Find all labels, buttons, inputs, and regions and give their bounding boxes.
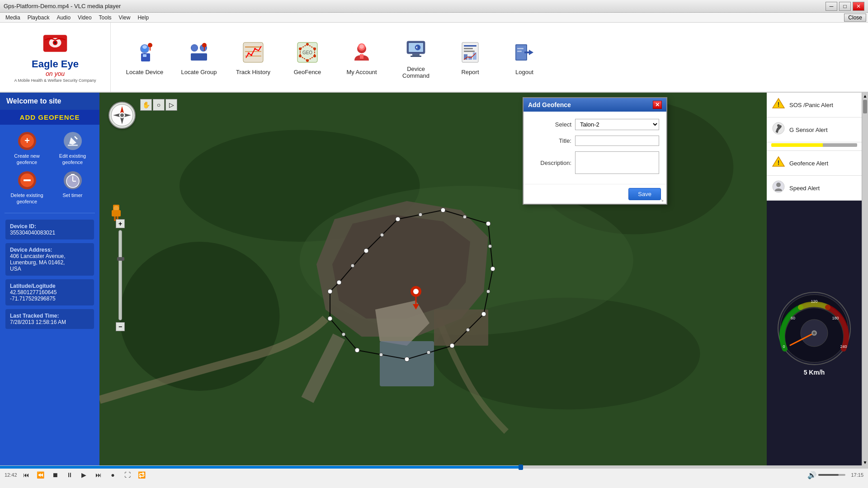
menu-video[interactable]: Video <box>74 14 95 22</box>
speed-alert-item[interactable]: Speed Alert <box>767 176 862 201</box>
maximize-button[interactable]: □ <box>839 2 851 11</box>
compass-control[interactable] <box>108 102 136 129</box>
sos-alert-item[interactable]: ! SOS /Panic Alert <box>767 93 862 117</box>
last-tracked-label: Last Tracked Time: <box>10 313 90 319</box>
menu-playback[interactable]: Playback <box>24 14 53 22</box>
zoom-in-button[interactable]: + <box>116 219 125 228</box>
progress-handle[interactable] <box>519 465 523 470</box>
svg-rect-8 <box>143 54 146 57</box>
map-tools: ✋ ○ ▷ <box>140 99 177 111</box>
nav-my-account[interactable]: My Account <box>337 28 387 87</box>
menu-help[interactable]: Help <box>134 14 152 22</box>
svg-point-15 <box>202 43 207 47</box>
create-geofence-label: Create new geofence <box>6 153 47 166</box>
geofence-title-input[interactable] <box>575 136 659 146</box>
scrollbar-thumb[interactable] <box>863 100 867 113</box>
edit-geofence-icon <box>63 131 83 151</box>
device-command-icon <box>402 36 429 63</box>
nav-geofence[interactable]: GEO GeoFence <box>283 28 332 87</box>
svg-point-21 <box>250 54 252 56</box>
svg-point-87 <box>355 348 359 352</box>
nav-track-history[interactable]: Track History <box>228 28 278 87</box>
close-window-button[interactable]: ✕ <box>853 2 864 11</box>
g-sensor-alert-item[interactable]: G Sensor Alert <box>767 117 862 142</box>
nav-locate-group[interactable]: Locate Group <box>174 28 224 87</box>
dialog-description-label: Description: <box>531 160 571 166</box>
scrollbar-down-arrow[interactable]: ▼ <box>862 459 868 465</box>
svg-text:180: 180 <box>832 316 839 320</box>
svg-text:0: 0 <box>783 344 785 349</box>
pan-tool-button[interactable]: ✋ <box>140 99 152 111</box>
menu-tools[interactable]: Tools <box>95 14 115 22</box>
right-side: ! SOS /Panic Alert G Sensor Alert <box>767 93 868 465</box>
last-tracked-block: Last Tracked Time: 7/28/2013 12:58:16 AM <box>5 309 94 329</box>
vlc-play-button[interactable]: ▶ <box>79 470 90 479</box>
create-geofence-icon: + <box>17 131 37 151</box>
geofence-alert-label: Geofence Alert <box>789 160 828 167</box>
vlc-next-button[interactable]: ⏭ <box>93 470 104 479</box>
geofence-device-select[interactable]: Talon-2 <box>575 119 659 130</box>
delete-geofence-action[interactable]: Delete existing geofence <box>6 170 47 205</box>
svg-rect-47 <box>473 52 476 60</box>
logo-on-text: on you <box>14 70 96 77</box>
right-scrollbar[interactable]: ▲ ▼ <box>862 93 868 465</box>
vlc-pause-button[interactable]: ⏸ <box>64 470 75 479</box>
nav-device-command[interactable]: Device Command <box>391 28 441 87</box>
volume-slider[interactable] <box>818 474 845 476</box>
zoom-slider[interactable] <box>118 230 122 320</box>
progress-bar[interactable] <box>0 466 868 469</box>
dialog-resize-handle[interactable]: ↘ <box>660 197 665 203</box>
set-timer-action[interactable]: Set timer <box>52 170 93 205</box>
svg-point-29 <box>299 55 302 57</box>
nav-logout[interactable]: Logout <box>500 28 549 87</box>
edit-geofence-action[interactable]: Edit existing geofence <box>52 131 93 166</box>
vlc-record-button[interactable]: ● <box>108 470 118 479</box>
device-address-value: 406 Lancaster Avenue,Lunenburg, MA 01462… <box>10 253 90 272</box>
minimize-button[interactable]: ─ <box>826 2 837 11</box>
svg-rect-60 <box>24 179 31 181</box>
g-sensor-bar <box>767 142 862 151</box>
menu-audio[interactable]: Audio <box>53 14 74 22</box>
svg-point-80 <box>396 217 400 221</box>
report-icon <box>457 39 484 66</box>
speed-value: 5 <box>804 369 807 376</box>
vlc-rewind-button[interactable]: ⏪ <box>35 470 46 479</box>
volume-fill <box>818 474 839 476</box>
vlc-prev-button[interactable]: ⏮ <box>21 470 32 479</box>
zoom-out-button[interactable]: − <box>116 322 125 331</box>
geofence-description-input[interactable] <box>575 151 659 174</box>
set-timer-icon <box>63 170 83 190</box>
menu-media[interactable]: Media <box>2 14 24 22</box>
create-geofence-action[interactable]: + Create new geofence <box>6 131 47 166</box>
dialog-select-label: Select <box>531 121 571 128</box>
locate-group-label: Locate Group <box>181 69 217 75</box>
menu-view[interactable]: View <box>115 14 134 22</box>
set-timer-label: Set timer <box>62 192 82 198</box>
map-area[interactable]: ✋ ○ ▷ <box>99 93 767 465</box>
dialog-titlebar: Add Geofence ✕ <box>524 98 666 112</box>
svg-rect-57 <box>68 145 78 146</box>
logout-icon <box>511 39 538 66</box>
vlc-controls: 12:42 ⏮ ⏪ ⏹ ⏸ ▶ ⏭ ● ⛶ 🔁 🔊 17:15 <box>0 469 868 481</box>
vlc-fullscreen-button[interactable]: ⛶ <box>122 470 133 479</box>
svg-text:240: 240 <box>840 344 847 349</box>
svg-text:+: + <box>24 136 30 145</box>
vlc-total-time: 17:15 <box>851 472 863 478</box>
vlc-close-button[interactable]: Close <box>844 14 866 22</box>
nav-report[interactable]: Report <box>445 28 495 87</box>
scrollbar-up-arrow[interactable]: ▲ <box>862 93 868 99</box>
header: Eagle Eye on you A Mobile Health & Welfa… <box>0 23 868 93</box>
vlc-stop-button[interactable]: ⏹ <box>50 470 61 479</box>
geofence-save-button[interactable]: Save <box>628 188 661 200</box>
geofence-alert-item[interactable]: ! Geofence Alert <box>767 151 862 176</box>
polygon-tool-button[interactable]: ▷ <box>165 99 177 111</box>
svg-rect-38 <box>412 54 420 56</box>
vlc-loop-button[interactable]: 🔁 <box>137 470 147 479</box>
dialog-close-button[interactable]: ✕ <box>653 101 662 109</box>
my-account-label: My Account <box>346 69 377 75</box>
nav-buttons: Locate Device Locate Group <box>111 23 868 92</box>
device-address-block: Device Address: 406 Lancaster Avenue,Lun… <box>5 243 94 276</box>
svg-rect-50 <box>517 48 524 49</box>
circle-tool-button[interactable]: ○ <box>153 99 165 111</box>
nav-locate-device[interactable]: Locate Device <box>120 28 170 87</box>
